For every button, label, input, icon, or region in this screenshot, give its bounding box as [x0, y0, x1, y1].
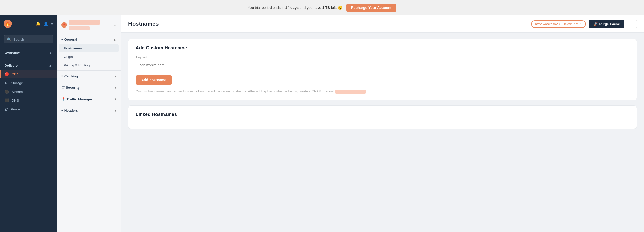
purge-icon: 🗑 — [5, 107, 8, 111]
redacted-cname — [335, 90, 366, 94]
sidebar-section-delivery: Delivery ▲ 🔴 CDN 🖥 Storage ⚫ Stream ⬛ DN… — [0, 59, 57, 115]
external-link-icon: ↗ — [579, 22, 582, 26]
divider-1 — [57, 70, 121, 71]
sub-panel-menu: ≡ General ▲ Hostnames Origin Pricing & R… — [57, 33, 121, 117]
sidebar-item-storage[interactable]: 🖥 Storage — [0, 78, 57, 87]
logo-icon: 🔥 — [4, 20, 12, 28]
sidebar-header: 🔥 🔔 👤 ▾ — [0, 15, 57, 32]
purge-cache-button[interactable]: 🚀 Purge Cache — [589, 20, 624, 28]
sidebar-header-icons: 🔔 👤 ▾ — [36, 21, 53, 26]
purge-label: Purge — [11, 107, 20, 111]
storage-icon: 🖥 — [5, 81, 8, 85]
dns-icon: ⬛ — [5, 98, 9, 102]
more-options-button[interactable]: ⋯ — [628, 20, 637, 28]
sidebar-item-cdn[interactable]: 🔴 CDN — [0, 70, 57, 78]
notification-icon[interactable]: 🔔 — [36, 21, 41, 26]
search-box[interactable]: 🔍 — [4, 35, 53, 43]
banner-text: You trial period ends in 14 days and you… — [248, 6, 342, 10]
trial-banner: You trial period ends in 14 days and you… — [0, 0, 644, 15]
stream-label: Stream — [12, 90, 23, 94]
main-content: Hostnames https://aakash2330.b-cdn.net ↗… — [121, 15, 644, 232]
chevron-down-icon[interactable]: ▾ — [51, 21, 53, 26]
hostnames-label: Hostnames — [64, 46, 82, 50]
sidebar-item-purge[interactable]: 🗑 Purge — [0, 105, 57, 113]
page-title: Hostnames — [128, 21, 159, 27]
sub-panel-header: 📍 ⬦ — [57, 15, 121, 33]
sub-panel-section-caching[interactable]: ≡ Caching ▾ — [57, 72, 121, 81]
add-custom-hostname-title: Add Custom Hostname — [136, 45, 629, 51]
sidebar-item-dns[interactable]: ⬛ DNS — [0, 96, 57, 105]
linked-hostnames-card: Linked Hostnames — [128, 105, 637, 129]
security-chevron: ▾ — [115, 86, 116, 90]
content-area: Add Custom Hostname Required Add hostnam… — [121, 33, 644, 135]
add-custom-hostname-card: Add Custom Hostname Required Add hostnam… — [128, 39, 637, 100]
caching-section-label: ≡ Caching — [61, 74, 78, 78]
search-input[interactable] — [13, 38, 50, 41]
sub-panel-section-traffic-manager[interactable]: 📍 Traffic Manager ▾ — [57, 94, 121, 104]
security-section-label: 🛡 Security — [61, 86, 80, 90]
rocket-icon: 🚀 — [594, 22, 598, 26]
cdn-icon: 🔴 — [5, 72, 9, 76]
dns-label: DNS — [12, 99, 19, 102]
origin-label: Origin — [64, 55, 73, 59]
zone-selector[interactable]: 📍 — [61, 20, 111, 30]
traffic-manager-section-label: 📍 Traffic Manager — [61, 97, 92, 101]
sidebar-item-overview[interactable]: Overview ▲ — [0, 49, 57, 57]
overview-chevron: ▲ — [49, 51, 52, 55]
hostname-form-group: Required — [136, 56, 629, 70]
user-icon[interactable]: 👤 — [43, 21, 48, 26]
cdn-url-text: https://aakash2330.b-cdn.net — [535, 22, 578, 26]
app-layout: 🔥 🔔 👤 ▾ 🔍 Overview ▲ Delivery ▲ 🔴 — [0, 15, 644, 232]
hostname-input-label: Required — [136, 56, 629, 59]
caching-chevron: ▾ — [115, 75, 116, 78]
add-hostname-button[interactable]: Add hostname — [136, 75, 172, 85]
linked-hostnames-title: Linked Hostnames — [136, 112, 629, 117]
divider-2 — [57, 82, 121, 82]
purge-cache-label: Purge Cache — [599, 22, 620, 26]
zone-env-redacted — [69, 26, 90, 30]
stream-icon: ⚫ — [5, 90, 9, 94]
headers-section-label: ≡ Headers — [61, 109, 78, 112]
main-header: Hostnames https://aakash2330.b-cdn.net ↗… — [121, 15, 644, 33]
sub-panel-section-security[interactable]: 🛡 Security ▾ — [57, 83, 121, 92]
sidebar-section-overview: Overview ▲ — [0, 47, 57, 59]
general-chevron: ▲ — [113, 38, 116, 41]
storage-label: Storage — [11, 81, 23, 85]
hostname-input[interactable] — [136, 60, 629, 70]
sidebar-item-stream[interactable]: ⚫ Stream — [0, 87, 57, 96]
sub-panel-item-pricing-routing[interactable]: Pricing & Routing — [57, 61, 121, 69]
search-icon: 🔍 — [7, 37, 11, 41]
cdn-label: CDN — [12, 72, 19, 76]
general-section-label: ≡ General — [61, 38, 77, 41]
headers-chevron: ▾ — [115, 109, 116, 112]
pricing-routing-label: Pricing & Routing — [64, 63, 90, 67]
helper-text: Custom hostnames can be used instead of … — [136, 89, 629, 94]
cdn-url-link[interactable]: https://aakash2330.b-cdn.net ↗ — [531, 20, 586, 28]
expand-icon[interactable]: ⬦ — [114, 23, 116, 27]
sub-panel-item-hostnames[interactable]: Hostnames — [59, 44, 119, 52]
sub-panel-section-headers[interactable]: ≡ Headers ▾ — [57, 106, 121, 115]
recharge-button[interactable]: Recharge Your Account — [346, 4, 396, 12]
sidebar-item-delivery[interactable]: Delivery ▲ — [0, 61, 57, 70]
divider-3 — [57, 93, 121, 93]
sub-panel-item-origin[interactable]: Origin — [57, 52, 121, 61]
traffic-chevron: ▾ — [115, 97, 116, 101]
overview-label: Overview — [5, 51, 20, 55]
sub-panel: 📍 ⬦ ≡ General ▲ Hostnames Origin Pricin — [57, 15, 121, 232]
sidebar: 🔥 🔔 👤 ▾ 🔍 Overview ▲ Delivery ▲ 🔴 — [0, 15, 57, 232]
header-actions: https://aakash2330.b-cdn.net ↗ 🚀 Purge C… — [531, 20, 637, 28]
sub-panel-section-general[interactable]: ≡ General ▲ — [57, 35, 121, 44]
divider-4 — [57, 105, 121, 105]
zone-name-redacted — [69, 20, 100, 25]
delivery-chevron: ▲ — [49, 64, 52, 67]
delivery-label: Delivery — [5, 64, 18, 67]
zone-badge: 📍 — [61, 22, 67, 28]
